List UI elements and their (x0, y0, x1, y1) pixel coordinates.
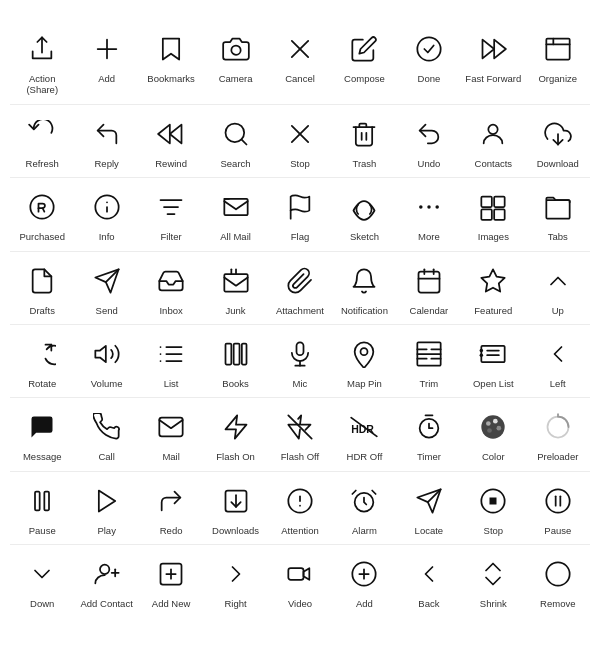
icon-up[interactable]: Up (526, 252, 590, 324)
icon-add-new[interactable]: Add New (139, 545, 203, 617)
send-icon (88, 262, 126, 300)
icon-add-contact[interactable]: Add Contact (74, 545, 138, 617)
icon-remove[interactable]: Remove (526, 545, 590, 617)
icon-add2[interactable]: Add (332, 545, 396, 617)
icon-locate[interactable]: Locate (397, 472, 461, 544)
svg-rect-90 (35, 491, 40, 510)
icon-contacts[interactable]: Contacts (461, 105, 525, 177)
icon-flag[interactable]: Flag (268, 178, 332, 250)
icon-alarm[interactable]: Alarm (332, 472, 396, 544)
svg-point-87 (487, 429, 492, 434)
icon-map-pin[interactable]: Map Pin (332, 325, 396, 397)
svg-point-6 (417, 37, 440, 60)
icon-junk[interactable]: Junk (203, 252, 267, 324)
icon-call[interactable]: Call (74, 398, 138, 470)
icon-action-share[interactable]: Action (Share) (10, 20, 74, 104)
icon-video[interactable]: Video (268, 545, 332, 617)
icon-preloader[interactable]: Preloader (526, 398, 590, 470)
icon-inbox[interactable]: Inbox (139, 252, 203, 324)
icon-left[interactable]: Left (526, 325, 590, 397)
icon-volume[interactable]: Volume (74, 325, 138, 397)
down-icon (23, 555, 61, 593)
icon-attention[interactable]: Attention (268, 472, 332, 544)
icon-calendar[interactable]: Calendar (397, 252, 461, 324)
icon-purchased[interactable]: Purchased (10, 178, 74, 250)
icon-sketch[interactable]: Sketch (332, 178, 396, 250)
icon-hdr-off[interactable]: HDRHDR Off (332, 398, 396, 470)
inbox-icon (152, 262, 190, 300)
icon-search[interactable]: Search (203, 105, 267, 177)
icon-tabs[interactable]: Tabs (526, 178, 590, 250)
icon-back[interactable]: Back (397, 545, 461, 617)
stop-label: Stop (290, 158, 310, 169)
svg-line-99 (353, 490, 357, 494)
icon-timer[interactable]: Timer (397, 398, 461, 470)
icon-rewind[interactable]: Rewind (139, 105, 203, 177)
icon-message[interactable]: Message (10, 398, 74, 470)
icon-all-mail[interactable]: All Mail (203, 178, 267, 250)
more-icon (410, 188, 448, 226)
icon-filter[interactable]: Filter (139, 178, 203, 250)
icon-pause2[interactable]: Pause (526, 472, 590, 544)
svg-rect-9 (546, 39, 569, 60)
icon-organize[interactable]: Organize (526, 20, 590, 104)
icon-send[interactable]: Send (74, 252, 138, 324)
svg-rect-59 (225, 343, 231, 364)
svg-point-22 (31, 196, 54, 219)
icon-fast-forward[interactable]: Fast Forward (461, 20, 525, 104)
svg-marker-13 (158, 124, 170, 143)
icon-redo[interactable]: Redo (139, 472, 203, 544)
icon-trim[interactable]: Trim (397, 325, 461, 397)
icon-trash[interactable]: Trash (332, 105, 396, 177)
svg-rect-91 (45, 491, 50, 510)
icon-compose[interactable]: Compose (332, 20, 396, 104)
icon-refresh[interactable]: Refresh (10, 105, 74, 177)
icon-books[interactable]: Books (203, 325, 267, 397)
icon-stop[interactable]: Stop (268, 105, 332, 177)
icon-stop2[interactable]: Stop (461, 472, 525, 544)
add2-icon (345, 555, 383, 593)
icon-attachment[interactable]: Attachment (268, 252, 332, 324)
icon-downloads[interactable]: Downloads (203, 472, 267, 544)
icon-download[interactable]: Download (526, 105, 590, 177)
icon-down[interactable]: Down (10, 545, 74, 617)
redo-label: Redo (160, 525, 183, 536)
icon-right[interactable]: Right (203, 545, 267, 617)
icon-reply[interactable]: Reply (74, 105, 138, 177)
camera-label: Camera (219, 73, 253, 84)
icon-open-list[interactable]: Open List (461, 325, 525, 397)
icon-play[interactable]: Play (74, 472, 138, 544)
icon-mail[interactable]: Mail (139, 398, 203, 470)
icon-featured[interactable]: Featured (461, 252, 525, 324)
flash-on-label: Flash On (216, 451, 255, 462)
icon-cancel[interactable]: Cancel (268, 20, 332, 104)
drafts-label: Drafts (30, 305, 55, 316)
icon-drafts[interactable]: Drafts (10, 252, 74, 324)
icon-more[interactable]: More (397, 178, 461, 250)
refresh-label: Refresh (26, 158, 59, 169)
icon-bookmarks[interactable]: Bookmarks (139, 20, 203, 104)
action-share-label: Action (Share) (14, 73, 70, 96)
icon-shrink[interactable]: Shrink (461, 545, 525, 617)
icon-notification[interactable]: Notification (332, 252, 396, 324)
icon-done[interactable]: Done (397, 20, 461, 104)
icon-color[interactable]: Color (461, 398, 525, 470)
icon-images[interactable]: Images (461, 178, 525, 250)
icon-flash-off[interactable]: Flash Off (268, 398, 332, 470)
volume-icon (88, 335, 126, 373)
icon-flash-on[interactable]: Flash On (203, 398, 267, 470)
icon-list[interactable]: List (139, 325, 203, 397)
svg-marker-52 (95, 346, 106, 362)
svg-rect-47 (418, 271, 439, 292)
icon-camera[interactable]: Camera (203, 20, 267, 104)
icon-pause[interactable]: Pause (10, 472, 74, 544)
icon-info[interactable]: Info (74, 178, 138, 250)
left-label: Left (550, 378, 566, 389)
remove-label: Remove (540, 598, 575, 609)
svg-point-36 (435, 205, 439, 209)
icon-undo[interactable]: Undo (397, 105, 461, 177)
icon-add[interactable]: Add (74, 20, 138, 104)
icon-mic[interactable]: Mic (268, 325, 332, 397)
add-icon (88, 30, 126, 68)
icon-rotate[interactable]: Rotate (10, 325, 74, 397)
